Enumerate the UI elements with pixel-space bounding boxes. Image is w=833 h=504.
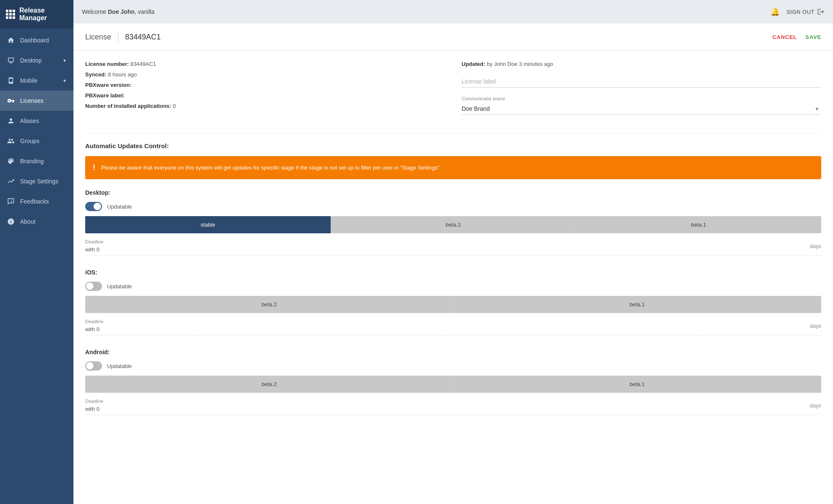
desktop-deadline-label: Deadline — [85, 239, 103, 244]
feedback-icon — [7, 197, 15, 206]
desktop-deadline-value: with 0 — [85, 246, 99, 253]
info-left: License number: 83449AC1 Synced: 8 hours… — [85, 61, 445, 123]
info-icon — [7, 217, 15, 226]
section-divider — [85, 133, 821, 134]
android-deadline-unit: days — [810, 402, 821, 409]
sidebar-item-label: Groups — [20, 138, 39, 144]
ios-toggle-row: Updatable — [85, 282, 821, 291]
group-icon — [7, 137, 15, 145]
signout-button[interactable]: SIGN OUT — [786, 8, 825, 16]
page-title: License — [85, 33, 111, 42]
save-button[interactable]: SAVE — [805, 34, 821, 40]
ios-deadline-row: Deadline with 0 days — [85, 319, 821, 335]
info-grid: License number: 83449AC1 Synced: 8 hours… — [85, 61, 821, 123]
auto-updates-title: Automatic Updates Control: — [85, 142, 821, 149]
updated-value: by John Doe 3 minutes ago — [487, 61, 553, 67]
warning-icon: ! — [93, 162, 95, 173]
android-updatable-label: Updatable — [107, 363, 132, 369]
desktop-toggle[interactable] — [85, 202, 102, 211]
communicator-brand-select[interactable]: Doe Brand — [462, 103, 821, 115]
user-name: Doe John — [108, 8, 135, 15]
ios-stage-beta1[interactable]: beta.1 — [453, 296, 821, 313]
topbar-welcome: Welcome Doe John, vanilla — [82, 8, 154, 15]
license-label-field — [462, 76, 821, 88]
desktop-deadline-row: Deadline with 0 days — [85, 239, 821, 256]
trending-up-icon — [7, 177, 15, 185]
sidebar-item-feedbacks[interactable]: Feedbacks — [0, 191, 73, 212]
sidebar-item-aliases[interactable]: Aliases — [0, 111, 73, 131]
sidebar-item-desktop[interactable]: Desktop ▼ — [0, 50, 73, 71]
android-stage-beta2[interactable]: beta.2 — [85, 376, 453, 393]
desktop-stage-buttons: stable beta.2 beta.1 — [85, 216, 821, 233]
synced-label: Synced: — [85, 71, 107, 78]
license-label-input[interactable] — [462, 76, 821, 88]
num-apps-value: 0 — [173, 103, 176, 109]
key-icon — [7, 97, 15, 105]
bell-icon[interactable]: 🔔 — [770, 7, 780, 16]
ios-stage-beta2[interactable]: beta.2 — [85, 296, 453, 313]
sidebar-item-branding[interactable]: Branding — [0, 151, 73, 171]
updated-label: Updated: — [462, 61, 485, 67]
ios-deadline-left: Deadline with 0 — [85, 319, 103, 332]
sidebar-item-label: Feedbacks — [20, 198, 49, 205]
desktop-deadline-unit: days — [810, 243, 821, 249]
sidebar-item-label: Dashboard — [20, 37, 49, 44]
android-toggle[interactable] — [85, 361, 102, 371]
sidebar-item-dashboard[interactable]: Dashboard — [0, 30, 73, 50]
android-name: Android: — [85, 349, 110, 355]
page-header-left: License 83449AC1 — [85, 32, 161, 42]
pbxware-version-row: PBXware version: — [85, 82, 445, 88]
ios-stage-buttons: beta.2 beta.1 — [85, 296, 821, 313]
ios-section: iOS: Updatable beta.2 beta.1 Deadline wi… — [85, 269, 821, 335]
sidebar-item-label: Aliases — [20, 118, 39, 124]
android-stage-beta1[interactable]: beta.1 — [453, 376, 821, 393]
cancel-button[interactable]: CANCEL — [772, 34, 797, 40]
desktop-name: Desktop: — [85, 189, 110, 196]
ios-deadline-label: Deadline — [85, 319, 103, 324]
sidebar-item-label: Desktop — [20, 57, 42, 64]
sidebar-item-groups[interactable]: Groups — [0, 131, 73, 151]
desktop-stage-beta1[interactable]: beta.1 — [576, 216, 821, 233]
communicator-brand-label: Communicator brand — [462, 96, 821, 101]
ios-deadline-unit: days — [810, 323, 821, 329]
license-number-value: 83449AC1 — [131, 61, 156, 67]
desktop-updatable-label: Updatable — [107, 204, 132, 210]
updated-row: Updated: by John Doe 3 minutes ago — [462, 61, 821, 67]
sidebar-item-about[interactable]: About — [0, 212, 73, 232]
pbxware-version-label: PBXware version: — [85, 82, 132, 88]
content-body: License number: 83449AC1 Synced: 8 hours… — [73, 51, 833, 439]
signout-icon — [817, 8, 825, 16]
chevron-down-icon: ▼ — [63, 78, 67, 83]
desktop-toggle-row: Updatable — [85, 202, 821, 211]
sidebar-nav: Dashboard Desktop ▼ Mobile ▼ Licenses — [0, 29, 73, 504]
chevron-down-icon: ▼ — [63, 58, 67, 63]
topbar-right: 🔔 SIGN OUT — [770, 7, 825, 16]
desktop-stage-stable[interactable]: stable — [85, 216, 331, 233]
mobile-icon — [7, 76, 15, 85]
android-deadline-row: Deadline with 0 days — [85, 399, 821, 415]
welcome-prefix: Welcome — [82, 8, 108, 15]
android-deadline-left: Deadline with 0 — [85, 399, 103, 412]
grid-icon — [6, 10, 15, 19]
communicator-brand-wrapper: Doe Brand ▼ — [462, 103, 821, 115]
license-number-label: License number: — [85, 61, 129, 67]
sidebar-item-licenses[interactable]: Licenses — [0, 91, 73, 111]
ios-deadline-value: with 0 — [85, 326, 99, 332]
sidebar: Release Manager Dashboard Desktop ▼ Mobi… — [0, 0, 73, 504]
license-id: 83449AC1 — [125, 33, 161, 42]
topbar: Welcome Doe John, vanilla 🔔 SIGN OUT — [73, 0, 833, 24]
desktop-header: Desktop: — [85, 189, 821, 196]
pbxware-label-label: PBXware label: — [85, 92, 125, 99]
desktop-stage-beta2[interactable]: beta.2 — [331, 216, 576, 233]
pbxware-label-row: PBXware label: — [85, 92, 445, 99]
android-deadline-value: with 0 — [85, 406, 99, 412]
sidebar-item-mobile[interactable]: Mobile ▼ — [0, 71, 73, 91]
page-header-actions: CANCEL SAVE — [772, 34, 821, 40]
ios-updatable-label: Updatable — [107, 283, 132, 290]
synced-value: 8 hours ago — [108, 71, 137, 78]
android-toggle-row: Updatable — [85, 361, 821, 371]
communicator-brand-field: Communicator brand Doe Brand ▼ — [462, 96, 821, 115]
ios-toggle[interactable] — [85, 282, 102, 291]
sidebar-item-stage-settings[interactable]: Stage Settings — [0, 171, 73, 191]
sidebar-header: Release Manager — [0, 0, 73, 29]
